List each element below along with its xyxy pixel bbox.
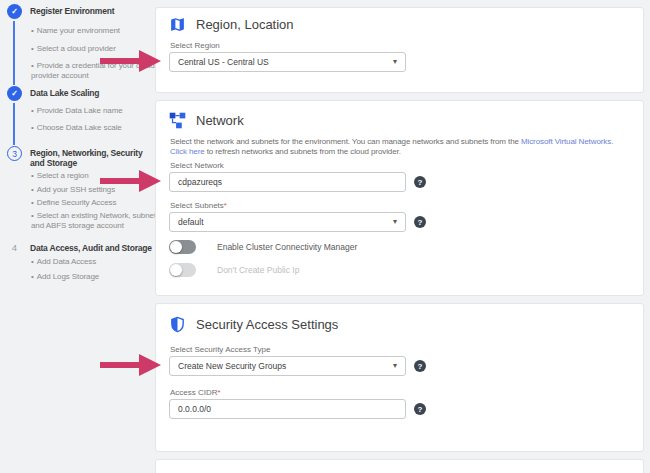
chevron-down-icon: ▾ — [393, 362, 397, 370]
question-mark: ? — [418, 178, 423, 187]
help-icon[interactable]: ? — [414, 403, 426, 415]
select-subnets-label-text: Select Subnets — [170, 201, 224, 210]
bullet-icon: • — [31, 272, 34, 281]
step-title-register-environment[interactable]: Register Environment — [30, 4, 156, 16]
network-card-header: Network — [169, 112, 244, 129]
network-description-text: Select the network and subnets for the e… — [170, 137, 521, 146]
enable-ccm-toggle[interactable] — [169, 240, 196, 254]
required-asterisk: * — [218, 388, 221, 397]
ccm-toggle-row: Enable Cluster Connectivity Manager — [169, 240, 357, 254]
select-subnets-label: Select Subnets* — [170, 201, 227, 210]
help-icon[interactable]: ? — [414, 176, 426, 188]
substep-label: Select a region — [37, 171, 89, 180]
bullet-icon: • — [31, 61, 34, 70]
help-icon[interactable]: ? — [414, 360, 426, 372]
dont-create-public-ip-toggle[interactable] — [169, 263, 196, 277]
security-access-type-value: Create New Security Groups — [178, 361, 286, 371]
substep-label: Select an existing Network, subnet and A… — [31, 211, 156, 230]
check-icon: ✓ — [11, 89, 18, 98]
step-number-badge: 4 — [7, 240, 22, 255]
check-icon: ✓ — [11, 7, 18, 16]
substep-label: Add Data Access — [37, 257, 96, 266]
next-section-card — [155, 459, 644, 473]
bullet-icon: • — [31, 26, 34, 35]
select-network-label: Select Network — [170, 161, 224, 170]
microsoft-virtual-networks-link[interactable]: Microsoft Virtual Networks. — [521, 137, 613, 146]
question-mark: ? — [418, 218, 423, 227]
step-complete-icon: ✓ — [7, 86, 22, 101]
chevron-down-icon: ▾ — [393, 218, 397, 226]
bullet-icon: • — [31, 123, 34, 132]
environment-wizard-page: ✓ Register Environment •Name your enviro… — [0, 0, 650, 473]
network-card: Network Select the network and subnets f… — [155, 100, 644, 296]
select-network-input[interactable] — [169, 172, 406, 192]
bullet-icon: • — [31, 185, 34, 194]
help-icon[interactable]: ? — [414, 216, 426, 228]
access-cidr-label-text: Access CIDR — [170, 388, 218, 397]
security-access-type-dropdown[interactable]: Create New Security Groups ▾ — [169, 356, 406, 376]
bullet-icon: • — [31, 257, 34, 266]
bullet-icon: • — [31, 106, 34, 115]
step-substep: •Choose Data Lake scale — [31, 123, 161, 133]
step-number: 3 — [12, 149, 17, 159]
stepper-connector — [13, 103, 15, 145]
select-subnets-value: default — [178, 217, 204, 227]
security-card-title: Security Access Settings — [196, 317, 338, 332]
public-ip-toggle-row: Don't Create Public Ip — [169, 263, 299, 277]
substep-label: Name your environment — [37, 26, 120, 35]
shield-icon — [169, 316, 186, 333]
chevron-down-icon: ▾ — [393, 58, 397, 66]
region-location-card: Region, Location Select Region Central U… — [155, 7, 644, 93]
toggle-knob — [170, 241, 182, 253]
security-card-header: Security Access Settings — [169, 316, 338, 333]
region-card-title: Region, Location — [196, 17, 294, 32]
step-substep: •Define Security Access — [31, 198, 161, 208]
question-mark: ? — [418, 405, 423, 414]
network-description: Select the network and subnets for the e… — [170, 137, 636, 157]
step-title-data-lake-scaling[interactable]: Data Lake Scaling — [30, 86, 156, 98]
substep-label: Define Security Access — [37, 198, 117, 207]
step-substep: •Select an existing Network, subnet and … — [31, 211, 161, 230]
step-complete-icon: ✓ — [7, 4, 22, 19]
step-title-region-networking[interactable]: Region, Networking, Security and Storage — [30, 146, 156, 168]
network-topology-icon — [169, 112, 186, 129]
substep-label: Provide Data Lake name — [37, 106, 123, 115]
step-number: 4 — [12, 242, 17, 253]
select-region-value: Central US - Central US — [178, 57, 269, 67]
bullet-icon: • — [31, 198, 34, 207]
network-description-text: to refresh networks and subnets from the… — [205, 147, 401, 156]
ccm-toggle-label: Enable Cluster Connectivity Manager — [217, 242, 357, 252]
access-cidr-input[interactable] — [169, 399, 406, 419]
annotation-arrow-security — [100, 353, 162, 377]
substep-label: Choose Data Lake scale — [37, 123, 122, 132]
click-here-link[interactable]: Click here — [170, 147, 205, 156]
region-card-header: Region, Location — [169, 16, 294, 33]
security-access-card: Security Access Settings Select Security… — [155, 303, 644, 452]
bullet-icon: • — [31, 171, 34, 180]
security-access-type-label: Select Security Access Type — [170, 345, 270, 354]
toggle-knob — [170, 264, 182, 276]
annotation-arrow-network — [100, 169, 162, 193]
question-mark: ? — [418, 362, 423, 371]
annotation-arrow-region — [100, 49, 162, 73]
bullet-icon: • — [31, 44, 34, 53]
step-substep: •Add Logs Storage — [31, 272, 161, 282]
bullet-icon: • — [31, 211, 34, 220]
select-region-label: Select Region — [170, 41, 220, 50]
substep-label: Add Logs Storage — [37, 272, 99, 281]
select-subnets-dropdown[interactable]: default ▾ — [169, 212, 406, 232]
step-substep: •Name your environment — [31, 26, 161, 36]
step-number-badge: 3 — [7, 146, 22, 161]
stepper-connector — [13, 21, 15, 85]
select-region-dropdown[interactable]: Central US - Central US ▾ — [169, 52, 406, 72]
step-substep: •Provide Data Lake name — [31, 106, 161, 116]
access-cidr-label: Access CIDR* — [170, 388, 221, 397]
step-title-data-access[interactable]: Data Access, Audit and Storage — [30, 241, 156, 253]
public-ip-toggle-label: Don't Create Public Ip — [217, 265, 299, 275]
required-asterisk: * — [224, 201, 227, 210]
map-icon — [169, 16, 186, 33]
network-card-title: Network — [196, 113, 244, 128]
step-substep: •Add Data Access — [31, 257, 161, 267]
